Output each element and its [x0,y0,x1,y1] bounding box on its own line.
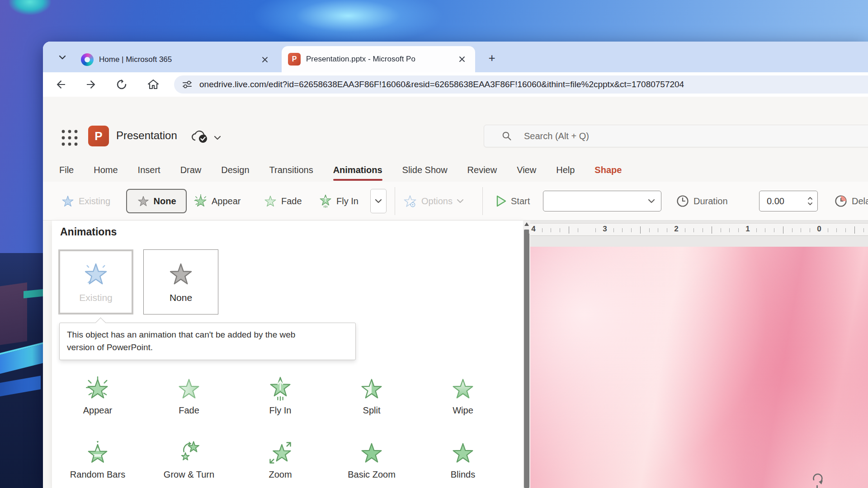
flyin-star-icon [319,194,332,208]
blinds-star-icon [451,441,475,465]
ruler-number: 3 [600,225,609,234]
existing-star-icon [61,194,75,208]
scrollbar-thumb[interactable] [524,230,529,488]
panel-title: Animations [60,226,117,238]
random-bars-star-icon [85,441,110,465]
animation-card-none[interactable]: None [143,249,218,314]
spinner-arrows[interactable] [807,197,813,206]
address-bar[interactable]: onedrive.live.com/edit?id=62658638EAA3F8… [174,75,868,94]
chevron-down-icon[interactable] [213,134,222,141]
menu-item-transitions[interactable]: Transitions [259,158,323,182]
tab-home-microsoft365[interactable]: Home | Microsoft 365 [75,47,278,72]
animations-dropdown-panel: Animations Existing None [52,221,523,488]
saved-to-cloud-icon[interactable] [190,129,210,144]
desktop: Home | Microsoft 365 P Presentation.pptx… [0,0,868,488]
ribbon-none-button[interactable]: None [126,189,187,213]
ribbon-delay-control: Delay [834,182,868,221]
gallery-item-wipe[interactable]: Wipe [417,359,509,423]
forward-icon[interactable] [85,78,97,91]
wallpaper-glow [253,0,443,45]
menu-item-help[interactable]: Help [546,158,585,182]
menu-item-file[interactable]: File [49,158,84,182]
ribbon-start-control[interactable]: Start [495,182,530,221]
tab-search-button[interactable] [54,49,71,66]
duration-spinner[interactable]: 0.00 [759,191,818,211]
document-title[interactable]: Presentation [116,129,177,142]
microsoft-365-icon [81,53,94,66]
tab-presentation-pptx[interactable]: P Presentation.pptx - Microsoft Po [282,46,475,72]
tune-icon[interactable] [181,79,193,90]
gallery-label: Fade [179,405,199,416]
gallery-item-basic-zoom[interactable]: Basic Zoom [326,423,417,487]
ribbon-none-label: None [154,196,176,206]
start-dropdown[interactable] [543,191,661,211]
chevron-up-icon [807,197,813,200]
app-launcher-icon[interactable] [60,128,79,147]
ribbon-appear-label: Appear [212,196,241,206]
ribbon-appear-button[interactable]: Appear [194,182,241,221]
tooltip-text: This object has an animation that can't … [67,328,323,353]
ribbon-existing-label: Existing [79,196,110,206]
tab-close-button[interactable] [455,52,469,66]
animation-gallery-expand-button[interactable] [370,189,387,213]
menu-item-draw[interactable]: Draw [170,158,212,182]
gallery-item-grow-turn[interactable]: Grow & Turn [143,423,235,487]
split-star-icon [359,376,384,401]
ribbon-fade-button[interactable]: Fade [264,182,302,221]
powerpoint-web-app: P Presentation Search (Alt + Q) File [43,97,868,488]
gallery-label: Fly In [269,405,292,416]
menu-item-design[interactable]: Design [211,158,259,182]
menu-item-slideshow[interactable]: Slide Show [392,158,458,182]
card-label: Existing [79,292,113,303]
home-icon[interactable] [147,78,160,91]
browser-window: Home | Microsoft 365 P Presentation.pptx… [43,42,868,488]
ribbon-flyin-button[interactable]: Fly In [319,182,359,221]
animation-tooltip: This object has an animation that can't … [59,323,356,360]
search-input[interactable]: Search (Alt + Q) [484,125,868,147]
gallery-item-appear[interactable]: Appear [52,359,143,423]
existing-star-icon [83,261,109,287]
ribbon-existing-button[interactable]: Existing [61,182,110,221]
gallery-label: Zoom [269,469,292,480]
menu-item-animations[interactable]: Animations [323,158,392,182]
menu-item-insert[interactable]: Insert [128,158,170,182]
rotate-handle-icon[interactable] [810,472,825,487]
delay-clock-icon [834,194,848,208]
animation-card-existing[interactable]: Existing [58,249,133,314]
ribbon-options-button[interactable]: Options [403,182,464,221]
tab-title: Presentation.pptx - Microsoft Po [306,55,452,64]
gallery-label: Appear [83,405,113,416]
close-icon [458,56,466,63]
handle-stem [816,485,818,488]
gallery-item-blinds[interactable]: Blinds [417,423,509,487]
gallery-item-flyin[interactable]: Fly In [235,359,326,423]
gallery-item-random-bars[interactable]: Random Bars [52,423,143,487]
duration-clock-icon [676,194,689,208]
menu-item-review[interactable]: Review [458,158,507,182]
gallery-label: Wipe [453,405,473,416]
gallery-label: Grow & Turn [164,469,214,480]
new-tab-button[interactable]: + [484,50,500,66]
menu-item-view[interactable]: View [507,158,546,182]
flyin-star-icon [268,376,292,401]
grow-turn-star-icon [177,441,201,465]
gallery-item-zoom[interactable]: Zoom [235,423,326,487]
slide-canvas[interactable] [530,247,868,488]
reload-icon[interactable] [115,78,128,91]
gallery-item-split[interactable]: Split [326,359,417,423]
appear-star-icon [85,376,110,401]
tab-close-button[interactable] [258,53,272,66]
ribbon-flyin-label: Fly In [336,196,359,206]
panel-scrollbar[interactable] [523,221,530,488]
scrollbar-up-arrow[interactable] [524,222,529,226]
menu-item-shape[interactable]: Shape [585,158,632,182]
powerpoint-app-icon[interactable]: P [88,126,109,146]
menu-item-home[interactable]: Home [84,158,127,182]
gallery-item-fade[interactable]: Fade [143,359,235,423]
chevron-down-icon [374,198,382,204]
chevron-down-icon [647,198,656,204]
back-icon[interactable] [55,78,67,91]
wallpaper-shape [0,282,27,346]
ribbon-separator [482,187,483,215]
none-star-icon [137,195,150,207]
